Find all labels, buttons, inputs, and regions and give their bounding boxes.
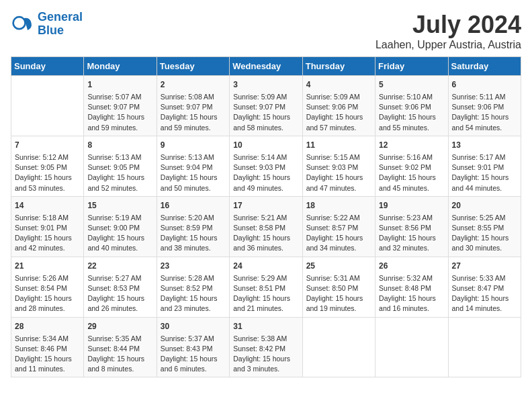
day-info: Sunrise: 5:09 AM Sunset: 9:06 PM Dayligh…: [306, 92, 371, 133]
day-number: 11: [306, 139, 371, 151]
day-cell: 30Sunrise: 5:37 AM Sunset: 8:43 PM Dayli…: [157, 317, 229, 377]
day-info: Sunrise: 5:32 AM Sunset: 8:48 PM Dayligh…: [379, 273, 444, 314]
day-info: Sunrise: 5:26 AM Sunset: 8:54 PM Dayligh…: [15, 273, 80, 314]
day-cell: 5Sunrise: 5:10 AM Sunset: 9:06 PM Daylig…: [375, 76, 448, 136]
week-row-5: 28Sunrise: 5:34 AM Sunset: 8:46 PM Dayli…: [11, 317, 521, 377]
header-thursday: Thursday: [302, 57, 375, 76]
day-number: 5: [379, 79, 444, 91]
day-info: Sunrise: 5:09 AM Sunset: 9:07 PM Dayligh…: [233, 92, 298, 133]
day-info: Sunrise: 5:35 AM Sunset: 8:44 PM Dayligh…: [87, 334, 152, 375]
svg-point-0: [13, 17, 26, 29]
day-cell: 25Sunrise: 5:31 AM Sunset: 8:50 PM Dayli…: [302, 257, 375, 317]
logo-text: General Blue: [38, 11, 83, 38]
day-cell: 18Sunrise: 5:22 AM Sunset: 8:57 PM Dayli…: [302, 196, 375, 257]
month-year-title: July 2024: [375, 11, 521, 39]
logo: General Blue: [11, 11, 83, 38]
day-cell: 13Sunrise: 5:17 AM Sunset: 9:01 PM Dayli…: [448, 136, 521, 196]
day-info: Sunrise: 5:22 AM Sunset: 8:57 PM Dayligh…: [306, 213, 371, 254]
day-cell: 4Sunrise: 5:09 AM Sunset: 9:06 PM Daylig…: [302, 76, 375, 136]
day-cell: 14Sunrise: 5:18 AM Sunset: 9:01 PM Dayli…: [11, 196, 84, 257]
day-cell: 16Sunrise: 5:20 AM Sunset: 8:59 PM Dayli…: [157, 196, 229, 257]
week-row-1: 1Sunrise: 5:07 AM Sunset: 9:07 PM Daylig…: [11, 76, 521, 136]
day-number: 17: [233, 199, 298, 212]
header-tuesday: Tuesday: [157, 57, 229, 76]
header-wednesday: Wednesday: [230, 57, 302, 76]
day-cell: 31Sunrise: 5:38 AM Sunset: 8:42 PM Dayli…: [230, 317, 302, 377]
day-info: Sunrise: 5:21 AM Sunset: 8:58 PM Dayligh…: [233, 213, 298, 254]
day-info: Sunrise: 5:27 AM Sunset: 8:53 PM Dayligh…: [87, 273, 152, 314]
day-info: Sunrise: 5:33 AM Sunset: 8:47 PM Dayligh…: [452, 273, 517, 314]
day-number: 14: [15, 199, 80, 212]
day-number: 12: [379, 139, 444, 151]
day-info: Sunrise: 5:18 AM Sunset: 9:01 PM Dayligh…: [15, 213, 80, 254]
day-number: 30: [161, 320, 226, 332]
day-info: Sunrise: 5:25 AM Sunset: 8:55 PM Dayligh…: [452, 213, 517, 254]
day-cell: 24Sunrise: 5:29 AM Sunset: 8:51 PM Dayli…: [230, 257, 302, 317]
day-cell: 1Sunrise: 5:07 AM Sunset: 9:07 PM Daylig…: [84, 76, 157, 136]
day-cell: 20Sunrise: 5:25 AM Sunset: 8:55 PM Dayli…: [448, 196, 521, 257]
day-number: 2: [161, 79, 226, 91]
day-cell: [11, 76, 84, 136]
day-info: Sunrise: 5:16 AM Sunset: 9:02 PM Dayligh…: [379, 152, 444, 193]
day-number: 23: [161, 260, 226, 272]
day-info: Sunrise: 5:07 AM Sunset: 9:07 PM Dayligh…: [87, 92, 152, 133]
day-number: 13: [452, 139, 517, 151]
day-number: 4: [306, 79, 371, 91]
day-number: 16: [161, 199, 226, 212]
day-number: 31: [233, 320, 298, 332]
header-friday: Friday: [375, 57, 448, 76]
day-info: Sunrise: 5:13 AM Sunset: 9:04 PM Dayligh…: [161, 152, 226, 193]
day-cell: 29Sunrise: 5:35 AM Sunset: 8:44 PM Dayli…: [84, 317, 157, 377]
week-row-2: 7Sunrise: 5:12 AM Sunset: 9:05 PM Daylig…: [11, 136, 521, 196]
day-cell: 7Sunrise: 5:12 AM Sunset: 9:05 PM Daylig…: [11, 136, 84, 196]
day-info: Sunrise: 5:20 AM Sunset: 8:59 PM Dayligh…: [161, 213, 226, 254]
week-row-4: 21Sunrise: 5:26 AM Sunset: 8:54 PM Dayli…: [11, 257, 521, 317]
day-number: 1: [87, 79, 152, 91]
title-block: July 2024 Laahen, Upper Austria, Austria: [375, 11, 521, 51]
day-number: 21: [15, 260, 80, 272]
day-info: Sunrise: 5:37 AM Sunset: 8:43 PM Dayligh…: [161, 334, 226, 375]
day-cell: 10Sunrise: 5:14 AM Sunset: 9:03 PM Dayli…: [230, 136, 302, 196]
day-number: 3: [233, 79, 298, 91]
day-number: 7: [15, 139, 80, 151]
calendar-table: SundayMondayTuesdayWednesdayThursdayFrid…: [11, 56, 521, 377]
day-cell: 8Sunrise: 5:13 AM Sunset: 9:05 PM Daylig…: [84, 136, 157, 196]
day-info: Sunrise: 5:23 AM Sunset: 8:56 PM Dayligh…: [379, 213, 444, 254]
day-info: Sunrise: 5:38 AM Sunset: 8:42 PM Dayligh…: [233, 334, 298, 375]
day-cell: 3Sunrise: 5:09 AM Sunset: 9:07 PM Daylig…: [230, 76, 302, 136]
day-cell: 17Sunrise: 5:21 AM Sunset: 8:58 PM Dayli…: [230, 196, 302, 257]
header-saturday: Saturday: [448, 57, 521, 76]
day-cell: 12Sunrise: 5:16 AM Sunset: 9:02 PM Dayli…: [375, 136, 448, 196]
calendar-header-row: SundayMondayTuesdayWednesdayThursdayFrid…: [11, 57, 521, 76]
day-info: Sunrise: 5:34 AM Sunset: 8:46 PM Dayligh…: [15, 334, 80, 375]
day-number: 9: [161, 139, 226, 151]
page-header: General Blue July 2024 Laahen, Upper Aus…: [11, 11, 521, 51]
day-number: 15: [87, 199, 152, 212]
day-cell: 19Sunrise: 5:23 AM Sunset: 8:56 PM Dayli…: [375, 196, 448, 257]
day-info: Sunrise: 5:11 AM Sunset: 9:06 PM Dayligh…: [452, 92, 517, 133]
day-cell: 21Sunrise: 5:26 AM Sunset: 8:54 PM Dayli…: [11, 257, 84, 317]
day-info: Sunrise: 5:10 AM Sunset: 9:06 PM Dayligh…: [379, 92, 444, 133]
day-number: 25: [306, 260, 371, 272]
day-cell: 26Sunrise: 5:32 AM Sunset: 8:48 PM Dayli…: [375, 257, 448, 317]
day-cell: 28Sunrise: 5:34 AM Sunset: 8:46 PM Dayli…: [11, 317, 84, 377]
day-info: Sunrise: 5:31 AM Sunset: 8:50 PM Dayligh…: [306, 273, 371, 314]
day-info: Sunrise: 5:15 AM Sunset: 9:03 PM Dayligh…: [306, 152, 371, 193]
day-cell: 15Sunrise: 5:19 AM Sunset: 9:00 PM Dayli…: [84, 196, 157, 257]
day-info: Sunrise: 5:29 AM Sunset: 8:51 PM Dayligh…: [233, 273, 298, 314]
day-number: 26: [379, 260, 444, 272]
day-info: Sunrise: 5:08 AM Sunset: 9:07 PM Dayligh…: [161, 92, 226, 133]
day-cell: 11Sunrise: 5:15 AM Sunset: 9:03 PM Dayli…: [302, 136, 375, 196]
day-number: 8: [87, 139, 152, 151]
header-sunday: Sunday: [11, 57, 84, 76]
week-row-3: 14Sunrise: 5:18 AM Sunset: 9:01 PM Dayli…: [11, 196, 521, 257]
day-cell: 6Sunrise: 5:11 AM Sunset: 9:06 PM Daylig…: [448, 76, 521, 136]
day-number: 6: [452, 79, 517, 91]
day-info: Sunrise: 5:17 AM Sunset: 9:01 PM Dayligh…: [452, 152, 517, 193]
day-number: 29: [87, 320, 152, 332]
day-number: 24: [233, 260, 298, 272]
day-info: Sunrise: 5:28 AM Sunset: 8:52 PM Dayligh…: [161, 273, 226, 314]
day-cell: [375, 317, 448, 377]
day-cell: 27Sunrise: 5:33 AM Sunset: 8:47 PM Dayli…: [448, 257, 521, 317]
day-cell: 23Sunrise: 5:28 AM Sunset: 8:52 PM Dayli…: [157, 257, 229, 317]
